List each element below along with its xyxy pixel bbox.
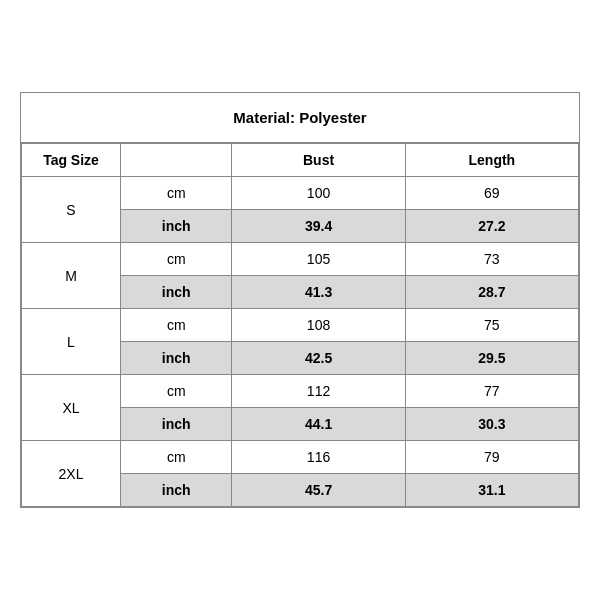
chart-title: Material: Polyester — [21, 93, 579, 143]
tag-size-cell: XL — [22, 375, 121, 441]
length-value-inch: 31.1 — [405, 474, 578, 507]
bust-value-inch: 45.7 — [232, 474, 405, 507]
length-value-cm: 79 — [405, 441, 578, 474]
bust-value-cm: 100 — [232, 177, 405, 210]
table-header: Tag Size Bust Length — [22, 144, 579, 177]
bust-header: Bust — [232, 144, 405, 177]
size-chart-container: Material: Polyester Tag Size Bust Length… — [20, 92, 580, 508]
table-row: XLcm11277 — [22, 375, 579, 408]
unit-cell-cm: cm — [121, 375, 232, 408]
size-table: Tag Size Bust Length Scm10069inch39.427.… — [21, 143, 579, 507]
tag-size-cell: L — [22, 309, 121, 375]
unit-cell-inch: inch — [121, 474, 232, 507]
bust-value-inch: 44.1 — [232, 408, 405, 441]
table-row: Lcm10875 — [22, 309, 579, 342]
unit-cell-cm: cm — [121, 243, 232, 276]
length-value-cm: 77 — [405, 375, 578, 408]
unit-cell-inch: inch — [121, 342, 232, 375]
tag-size-cell: S — [22, 177, 121, 243]
table-row: Mcm10573 — [22, 243, 579, 276]
bust-value-cm: 108 — [232, 309, 405, 342]
length-value-inch: 29.5 — [405, 342, 578, 375]
unit-cell-cm: cm — [121, 441, 232, 474]
bust-value-cm: 116 — [232, 441, 405, 474]
unit-cell-inch: inch — [121, 210, 232, 243]
length-value-inch: 30.3 — [405, 408, 578, 441]
length-value-cm: 75 — [405, 309, 578, 342]
unit-cell-cm: cm — [121, 309, 232, 342]
table-row: Scm10069 — [22, 177, 579, 210]
tag-size-cell: M — [22, 243, 121, 309]
length-value-inch: 28.7 — [405, 276, 578, 309]
length-value-cm: 69 — [405, 177, 578, 210]
unit-cell-cm: cm — [121, 177, 232, 210]
bust-value-inch: 42.5 — [232, 342, 405, 375]
bust-value-cm: 105 — [232, 243, 405, 276]
tag-size-cell: 2XL — [22, 441, 121, 507]
bust-value-inch: 41.3 — [232, 276, 405, 309]
bust-value-inch: 39.4 — [232, 210, 405, 243]
unit-cell-inch: inch — [121, 408, 232, 441]
tag-size-header: Tag Size — [22, 144, 121, 177]
table-row: 2XLcm11679 — [22, 441, 579, 474]
length-value-cm: 73 — [405, 243, 578, 276]
bust-value-cm: 112 — [232, 375, 405, 408]
unit-header — [121, 144, 232, 177]
unit-cell-inch: inch — [121, 276, 232, 309]
length-value-inch: 27.2 — [405, 210, 578, 243]
length-header: Length — [405, 144, 578, 177]
